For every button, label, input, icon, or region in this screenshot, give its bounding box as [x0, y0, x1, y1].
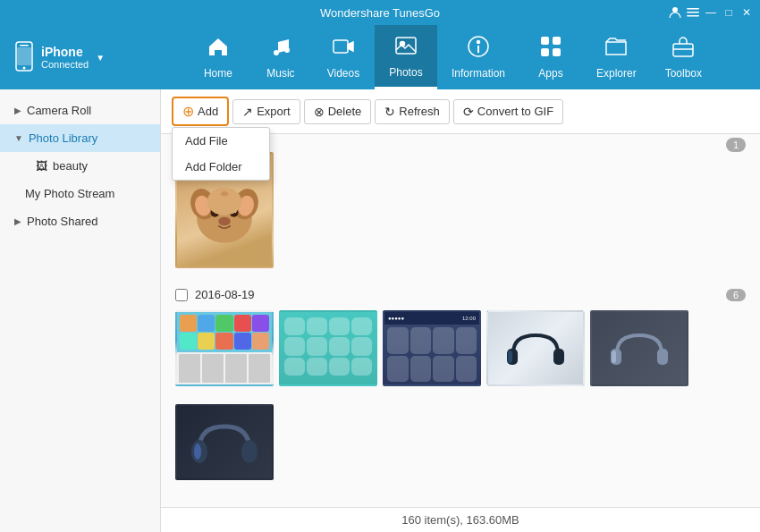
photo-area[interactable]: 1 [161, 134, 760, 507]
svg-rect-33 [508, 350, 512, 363]
chevron-down-icon: ▼ [14, 133, 23, 143]
nav-photos-label: Photos [389, 66, 422, 79]
app-title: Wondershare TunesGo [320, 6, 440, 20]
nav-photos[interactable]: Photos [375, 25, 437, 89]
status-bar: 160 item(s), 163.60MB [161, 507, 760, 532]
chevron-right-icon: ▶ [14, 106, 21, 115]
add-file-label: Add File [185, 134, 228, 148]
nav-information[interactable]: Information [437, 25, 519, 89]
add-folder-item[interactable]: Add Folder [173, 154, 269, 180]
convert-gif-button[interactable]: ⟳ Convert to GIF [453, 99, 563, 124]
maximize-icon[interactable]: □ [722, 6, 735, 19]
nav-apps[interactable]: Apps [519, 25, 582, 89]
user-icon[interactable] [669, 6, 681, 19]
nav-home-label: Home [204, 67, 232, 80]
nav-information-label: Information [452, 67, 505, 80]
nav-apps-label: Apps [538, 67, 562, 80]
device-info[interactable]: iPhone Connected ▼ [7, 41, 150, 74]
sidebar-photo-shared-label: Photo Shared [27, 215, 98, 228]
photo-group-3 [172, 401, 749, 484]
photo-thumb-headphones2[interactable] [590, 310, 688, 386]
main-layout: ▶ Camera Roll ▼ Photo Library 🖼 beauty M… [0, 89, 760, 532]
close-icon[interactable]: ✕ [740, 6, 753, 19]
photo-thumb-headphones1[interactable] [486, 310, 585, 386]
export-button[interactable]: ↗ Export [232, 99, 300, 124]
refresh-label: Refresh [399, 105, 440, 118]
photos-icon [394, 34, 418, 63]
nav-music[interactable]: Music [249, 25, 312, 89]
photo-thumb-screenshot3[interactable]: ●●●●● 12:00 [383, 310, 481, 386]
group2-checkbox[interactable] [175, 289, 188, 301]
toolbar: ⊕ Add Add File Add Folder ↗ Export ⊗ Del… [161, 89, 760, 134]
svg-rect-2 [687, 12, 699, 13]
svg-rect-18 [553, 48, 561, 56]
convert-gif-label: Convert to GIF [477, 105, 553, 118]
add-file-item[interactable]: Add File [173, 128, 269, 154]
nav-toolbox[interactable]: Toolbox [651, 25, 716, 89]
svg-point-38 [241, 440, 258, 463]
delete-button[interactable]: ⊗ Delete [304, 99, 372, 124]
nav-home[interactable]: Home [187, 25, 249, 89]
svg-rect-3 [687, 15, 699, 17]
device-chevron-icon[interactable]: ▼ [96, 53, 105, 63]
svg-point-8 [274, 50, 279, 55]
information-icon [467, 35, 490, 63]
photo-grid-2: ●●●●● 12:00 [172, 307, 749, 390]
sidebar-item-photo-library[interactable]: ▼ Photo Library [0, 124, 160, 152]
svg-point-0 [672, 7, 678, 13]
convert-gif-icon: ⟳ [463, 105, 474, 119]
refresh-icon: ↻ [384, 105, 395, 119]
add-label: Add [198, 105, 218, 118]
svg-rect-10 [334, 40, 348, 53]
delete-label: Delete [328, 105, 362, 118]
photo-group-2: 2016-08-19 6 [172, 283, 749, 390]
sidebar-item-beauty[interactable]: 🖼 beauty [0, 152, 160, 180]
nav-music-label: Music [266, 67, 294, 80]
group2-badge: 6 [726, 289, 746, 301]
svg-rect-1 [687, 8, 699, 10]
add-circle-icon: ⊕ [182, 103, 194, 120]
sidebar-camera-roll-label: Camera Roll [27, 104, 91, 117]
menu-icon[interactable] [687, 6, 699, 19]
minimize-icon[interactable]: — [705, 6, 717, 19]
status-text: 160 item(s), 163.60MB [401, 513, 519, 527]
sidebar-item-camera-roll[interactable]: ▶ Camera Roll [0, 97, 160, 124]
nav-videos-label: Videos [327, 67, 359, 80]
svg-rect-15 [541, 37, 549, 45]
nav-explorer-label: Explorer [596, 67, 637, 80]
nav-explorer[interactable]: Explorer [582, 25, 651, 89]
svg-point-29 [218, 217, 230, 226]
svg-rect-16 [553, 37, 561, 45]
photo-grid-3 [172, 401, 749, 484]
sidebar: ▶ Camera Roll ▼ Photo Library 🖼 beauty M… [0, 89, 161, 532]
apps-icon [539, 35, 562, 63]
svg-rect-36 [612, 350, 616, 363]
nav-toolbox-label: Toolbox [665, 67, 702, 80]
refresh-button[interactable]: ↻ Refresh [375, 99, 450, 124]
svg-rect-35 [657, 349, 668, 365]
photo-thumb-screenshot1[interactable] [175, 310, 274, 386]
device-name: iPhone [41, 45, 89, 59]
export-icon: ↗ [242, 105, 253, 119]
export-label: Export [257, 105, 291, 118]
sidebar-beauty-label: beauty [53, 159, 88, 173]
svg-point-6 [23, 66, 26, 69]
group1-badge: 1 [726, 138, 746, 152]
svg-rect-17 [541, 48, 549, 56]
sidebar-item-photo-shared[interactable]: ▶ Photo Shared [0, 207, 160, 235]
content-area: ⊕ Add Add File Add Folder ↗ Export ⊗ Del… [161, 89, 760, 532]
photo-thumb-headphones3[interactable] [175, 404, 274, 480]
add-folder-label: Add Folder [185, 160, 242, 173]
nav-videos[interactable]: Videos [312, 25, 375, 89]
add-button[interactable]: ⊕ Add [172, 97, 229, 126]
sidebar-item-my-photo-stream[interactable]: My Photo Stream [0, 180, 160, 207]
home-icon [207, 35, 230, 63]
add-dropdown-menu: Add File Add Folder [172, 127, 270, 181]
title-bar: Wondershare TunesGo — □ ✕ [0, 0, 760, 25]
svg-point-14 [477, 41, 479, 44]
photo-thumb-screenshot2[interactable] [279, 310, 377, 386]
chevron-right-icon-2: ▶ [14, 216, 21, 226]
svg-point-9 [284, 47, 290, 53]
toolbox-icon [671, 35, 695, 63]
svg-rect-11 [396, 38, 416, 54]
